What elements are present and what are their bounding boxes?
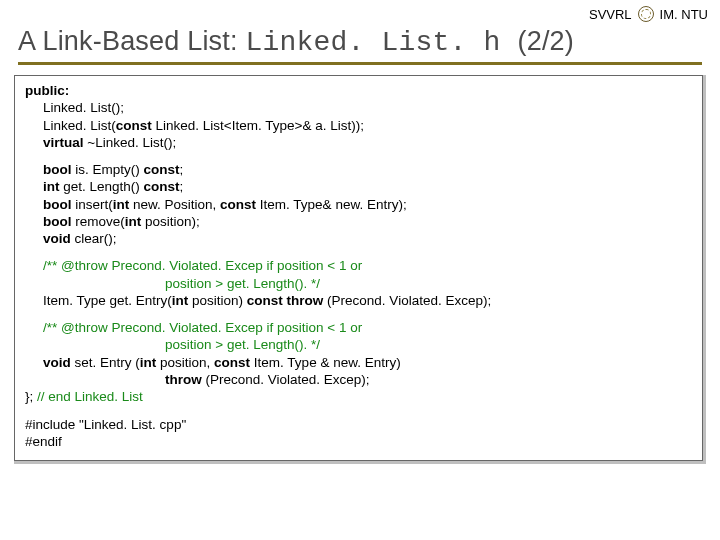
blank-line — [25, 247, 692, 257]
blank-line — [25, 406, 692, 416]
blank-line — [25, 151, 692, 161]
code-line: bool insert(int new. Position, const Ite… — [25, 196, 692, 213]
header-lab-id: SVVRL IM. NTU — [589, 6, 708, 22]
blank-line — [25, 309, 692, 319]
code-line: Item. Type get. Entry(int position) cons… — [25, 292, 692, 309]
code-line: void set. Entry (int position, const Ite… — [25, 354, 692, 371]
title-underline: A Link-Based List: Linked. List. h (2/2) — [18, 26, 702, 65]
title-mono: Linked. List. h — [245, 27, 517, 58]
title-prefix: A Link-Based List: — [18, 26, 245, 56]
title-suffix: (2/2) — [517, 26, 574, 56]
doc-comment: /** @throw Precond. Violated. Excep if p… — [25, 319, 692, 336]
code-line: bool remove(int position); — [25, 213, 692, 230]
lab-name: SVVRL — [589, 7, 632, 22]
doc-comment: /** @throw Precond. Violated. Excep if p… — [25, 257, 692, 274]
slide-title: A Link-Based List: Linked. List. h (2/2) — [18, 26, 702, 58]
code-line: Linked. List(const Linked. List<Item. Ty… — [25, 117, 692, 134]
code-line: throw (Precond. Violated. Excep); — [25, 371, 692, 388]
code-line: }; // end Linked. List — [25, 388, 692, 405]
doc-comment: position > get. Length(). */ — [25, 336, 692, 353]
code-line: #include "Linked. List. cpp" — [25, 416, 692, 433]
university-seal-icon — [638, 6, 654, 22]
institution-name: IM. NTU — [660, 7, 708, 22]
code-line: Linked. List(); — [25, 99, 692, 116]
code-line: bool is. Empty() const; — [25, 161, 692, 178]
kw-public: public: — [25, 83, 69, 98]
code-line: virtual ~Linked. List(); — [25, 134, 692, 151]
code-shadow: public: Linked. List(); Linked. List(con… — [14, 75, 706, 464]
code-line: void clear(); — [25, 230, 692, 247]
code-listing: public: Linked. List(); Linked. List(con… — [14, 75, 703, 461]
code-line: int get. Length() const; — [25, 178, 692, 195]
doc-comment: position > get. Length(). */ — [25, 275, 692, 292]
code-line: #endif — [25, 433, 692, 450]
